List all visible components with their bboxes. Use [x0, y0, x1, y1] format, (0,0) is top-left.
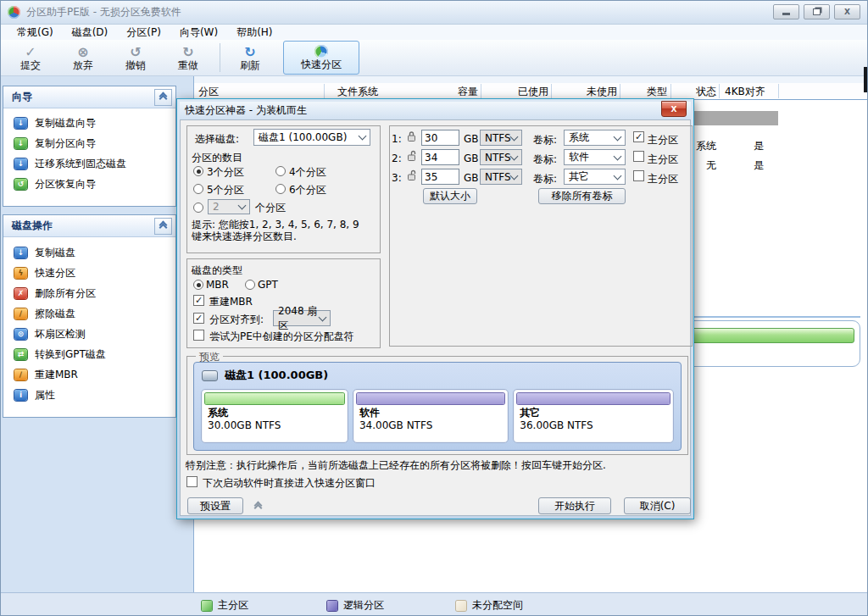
toolbar-separator: [220, 43, 220, 72]
diskops-collapse-button[interactable]: [154, 218, 172, 235]
disk-operations-header: 磁盘操作: [3, 215, 175, 237]
dialog-close-button[interactable]: X: [661, 101, 687, 117]
legend-primary: 主分区: [202, 598, 248, 613]
disk-select[interactable]: 磁盘1 (100.00GB): [253, 129, 370, 146]
startup-option-label: 下次启动软件时直接进入快速分区窗口: [203, 476, 376, 491]
cancel-button[interactable]: 取消(C): [624, 497, 691, 514]
wipe-icon: ∕: [14, 308, 27, 319]
preview-partition-system[interactable]: 系统 30.00GB NTFS: [201, 389, 348, 443]
rebuild-mbr-icon: ∕: [14, 369, 27, 380]
col-used[interactable]: 已使用: [498, 85, 548, 99]
disk-icon: [202, 370, 218, 381]
preset-button[interactable]: 预设置: [187, 497, 243, 514]
preview-partition-software[interactable]: 软件 34.00GB NTFS: [353, 389, 509, 443]
align-label: 分区对齐到:: [209, 313, 264, 327]
radio-6-partitions[interactable]: [275, 184, 286, 194]
sidebar-item-convert-gpt[interactable]: ⇄ 转换到GPT磁盘: [3, 344, 175, 364]
redo-icon: ↻: [182, 45, 193, 59]
convert-gpt-icon: ⇄: [14, 349, 27, 360]
row-4k-value: 是: [737, 158, 764, 173]
size-input-3[interactable]: [421, 169, 459, 185]
wizard-collapse-button[interactable]: [154, 89, 172, 106]
startup-option-checkbox[interactable]: [186, 476, 198, 487]
size-input-2[interactable]: [421, 149, 459, 165]
align-checkbox[interactable]: ✓: [193, 313, 204, 324]
menu-partition[interactable]: 分区(P): [117, 25, 170, 40]
rebuild-mbr-checkbox[interactable]: ✓: [193, 295, 204, 306]
fs-select-3[interactable]: NTFS: [480, 169, 522, 185]
menu-help[interactable]: 帮助(H): [227, 25, 281, 40]
redo-button[interactable]: ↻ 重做: [162, 45, 214, 71]
col-status[interactable]: 状态: [676, 85, 716, 99]
chevron-down-icon: [510, 132, 519, 141]
assign-letter-checkbox[interactable]: [193, 330, 204, 341]
quick-partition-button[interactable]: 快速分区: [283, 41, 359, 75]
refresh-icon: ↻: [244, 45, 255, 59]
col-filesystem[interactable]: 文件系统: [337, 85, 378, 99]
sidebar-item-partition-recovery[interactable]: ↺ 分区恢复向导: [3, 174, 175, 194]
primary-checkbox-1[interactable]: ✓: [633, 131, 644, 142]
radio-mbr[interactable]: [193, 280, 203, 290]
restore-button[interactable]: [804, 4, 830, 19]
sidebar-item-quick-partition[interactable]: ϟ 快速分区: [3, 263, 175, 283]
sidebar-item-rebuild-mbr[interactable]: ∕ 重建MBR: [3, 364, 175, 385]
legend-unallocated: 未分配空间: [456, 598, 523, 613]
scrollbar-fragment: [864, 67, 868, 92]
radio-3-partitions[interactable]: [193, 166, 203, 176]
refresh-button[interactable]: ↻ 刷新: [229, 45, 271, 71]
partition-recovery-icon: ↺: [14, 179, 27, 190]
col-partition[interactable]: 分区: [198, 85, 219, 99]
undo-button[interactable]: ↺ 撤销: [109, 45, 162, 71]
titlebar: 分区助手PE版 - 无损分区免费软件: [1, 1, 867, 25]
sidebar-item-copy-disk-wizard[interactable]: ↓ 复制磁盘向导: [3, 113, 175, 133]
lock-open-icon: [406, 169, 417, 181]
volume-select-1[interactable]: 系统: [564, 130, 626, 146]
radio-5-partitions[interactable]: [193, 184, 203, 194]
col-capacity[interactable]: 容量: [427, 85, 478, 99]
sidebar-item-delete-all-partitions[interactable]: ✗ 删除所有分区: [3, 283, 175, 303]
logical-partition-bar: [517, 393, 670, 404]
radio-gpt[interactable]: [245, 280, 255, 290]
discard-button[interactable]: ⊗ 放弃: [57, 45, 109, 71]
fs-select-1[interactable]: NTFS: [480, 130, 522, 146]
close-button[interactable]: X: [834, 4, 860, 19]
align-select[interactable]: 2048 扇区: [273, 310, 331, 326]
primary-checkbox-2[interactable]: [633, 151, 644, 162]
chevron-down-icon: [510, 171, 519, 180]
commit-button[interactable]: ✓ 提交: [4, 45, 57, 71]
minimize-button[interactable]: [773, 4, 799, 19]
sidebar-item-wipe-disk[interactable]: ∕ 擦除磁盘: [3, 303, 175, 324]
disk-operations-title: 磁盘操作: [12, 219, 53, 233]
start-button[interactable]: 开始执行: [538, 497, 611, 514]
remove-all-labels-button[interactable]: 移除所有卷标: [538, 188, 626, 204]
custom-count-select[interactable]: 2: [208, 199, 250, 214]
disk-operations-panel: 磁盘操作 ↓ 复制磁盘 ϟ 快速分区 ✗ 删除所有分区 ∕ 擦除磁盘 ⊙ 坏扇区…: [3, 214, 176, 418]
primary-checkbox-3[interactable]: [633, 170, 644, 181]
preview-partition-other[interactable]: 其它 36.00GB NTFS: [513, 389, 674, 443]
fs-select-2[interactable]: NTFS: [480, 149, 522, 165]
legend-logical: 逻辑分区: [327, 598, 384, 613]
copy-disk-icon: ↓: [14, 247, 27, 258]
col-4k-align[interactable]: 4KB对齐: [725, 85, 765, 99]
sidebar-item-bad-sector-test[interactable]: ⊙ 坏扇区检测: [3, 324, 175, 344]
wizard-panel-title: 向导: [12, 90, 32, 104]
size-input-1[interactable]: [421, 130, 459, 146]
collapse-presets-icon[interactable]: [250, 499, 266, 514]
col-type[interactable]: 类型: [626, 85, 667, 99]
sidebar-item-copy-partition-wizard[interactable]: ↓ 复制分区向导: [3, 133, 175, 153]
radio-custom-count[interactable]: [193, 203, 203, 213]
window-title: 分区助手PE版 - 无损分区免费软件: [26, 5, 181, 19]
menu-general[interactable]: 常规(G): [8, 25, 63, 40]
menu-wizard[interactable]: 向导(W): [170, 25, 227, 40]
custom-count-suffix: 个分区: [255, 201, 286, 215]
menu-disk[interactable]: 磁盘(D): [63, 25, 118, 40]
sidebar-item-properties[interactable]: i 属性: [3, 385, 175, 405]
sidebar-item-copy-disk[interactable]: ↓ 复制磁盘: [3, 242, 175, 263]
sidebar-item-migrate-ssd[interactable]: ↓ 迁移系统到固态磁盘: [3, 153, 175, 174]
default-size-button[interactable]: 默认大小: [423, 188, 477, 204]
col-unused[interactable]: 未使用: [566, 85, 617, 99]
volume-select-3[interactable]: 其它: [564, 169, 626, 185]
hint-text: 提示: 您能按1, 2, 3, 4, 5, 6, 7, 8, 9键来快速选择分区…: [192, 219, 361, 242]
radio-4-partitions[interactable]: [275, 166, 286, 176]
volume-select-2[interactable]: 软件: [564, 149, 626, 165]
